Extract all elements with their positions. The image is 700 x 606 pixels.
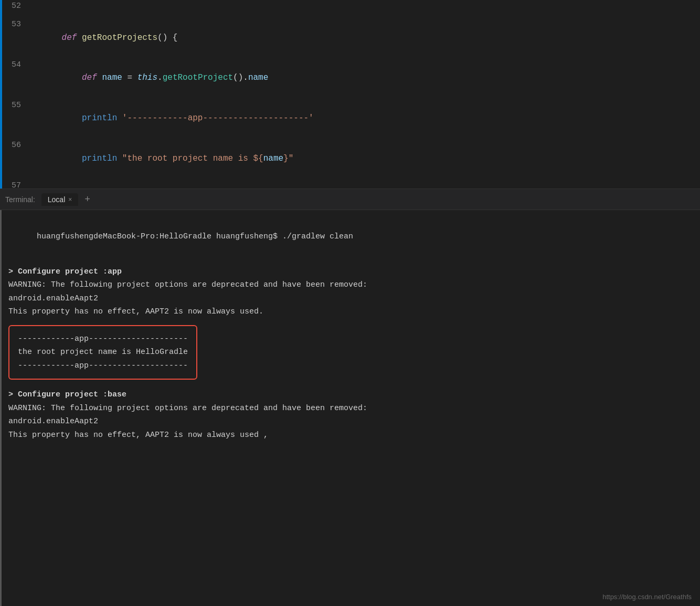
code-line-57: 57 println '------------app-------------… — [0, 179, 700, 189]
line-number: 53 — [0, 18, 31, 31]
function-name: getRootProjects — [82, 33, 157, 43]
line-number: 52 — [0, 0, 31, 13]
warning2-line-1: WARNING: The following project options a… — [8, 402, 692, 415]
code-line-52: 52 — [0, 0, 700, 18]
string-literal: '------------app---------------------' — [122, 113, 314, 123]
highlighted-output-box: ------------app--------------------- the… — [8, 325, 197, 380]
keyword-this: this — [137, 73, 157, 82]
scrollbar — [0, 210, 2, 606]
terminal-tab-local[interactable]: Local × — [41, 193, 78, 206]
code-line-53: 53 def getRootProjects() { — [0, 18, 700, 58]
line-number: 57 — [0, 180, 31, 189]
keyword-println: println — [62, 113, 118, 123]
warning-line-3: This property has no effect, AAPT2 is no… — [8, 305, 692, 319]
spacer — [8, 257, 692, 265]
method-call: getRootProject — [163, 73, 233, 82]
left-bar — [0, 0, 2, 189]
line-content: def name = this.getRootProject().name — [31, 58, 700, 99]
line-content: def getRootProjects() { — [31, 18, 700, 58]
tab-local-label: Local — [48, 195, 65, 204]
interp-var: name — [263, 154, 283, 163]
line-content: println '------------app----------------… — [31, 179, 700, 189]
highlighted-line-2: the root project name is HelloGradle — [18, 346, 188, 359]
warning-line-2: android.enableAapt2 — [8, 292, 692, 306]
terminal-label: Terminal: — [5, 195, 39, 204]
line-number: 54 — [0, 59, 31, 71]
highlighted-line-3: ------------app--------------------- — [18, 359, 188, 373]
terminal-content: huangfushengdeMacBook-Pro:HelloGradle hu… — [0, 210, 700, 606]
string-interp: "the root project name is ${ — [122, 154, 263, 163]
code-line-56: 56 println "the root project name is ${n… — [0, 139, 700, 179]
code-line-55: 55 println '------------app-------------… — [0, 99, 700, 139]
var-name: name — [102, 73, 122, 82]
watermark: https://blog.csdn.net/Greathfs — [602, 593, 692, 601]
highlighted-line-1: ------------app--------------------- — [18, 332, 188, 346]
keyword-println: println — [62, 154, 118, 163]
code-line-54: 54 def name = this.getRootProject().name — [0, 58, 700, 99]
terminal-tabs: Terminal: Local × + — [0, 189, 700, 210]
line-number: 56 — [0, 139, 31, 152]
section-header-app: > Configure project :app — [8, 265, 692, 279]
new-tab-button[interactable]: + — [80, 194, 94, 205]
warning2-line-3: This property has no effect, AAPT2 is no… — [8, 429, 692, 442]
tab-close-button[interactable]: × — [68, 196, 72, 203]
warning-line-1: WARNING: The following project options a… — [8, 278, 692, 292]
section-header-base: > Configure project :base — [8, 388, 692, 402]
line-number: 55 — [0, 99, 31, 112]
property-name: name — [248, 73, 268, 82]
terminal-area: Terminal: Local × + huangfushengdeMacBoo… — [0, 189, 700, 606]
keyword-def: def — [62, 33, 77, 43]
code-editor: 52 53 def getRootProjects() { 54 def nam… — [0, 0, 700, 189]
line-content: println '------------app----------------… — [31, 99, 700, 139]
line-content: println "the root project name is ${name… — [31, 139, 700, 179]
warning2-line-2: android.enableAapt2 — [8, 415, 692, 429]
keyword-def: def — [82, 73, 97, 82]
terminal-prompt-line: huangfushengdeMacBook-Pro:HelloGradle hu… — [8, 216, 692, 257]
